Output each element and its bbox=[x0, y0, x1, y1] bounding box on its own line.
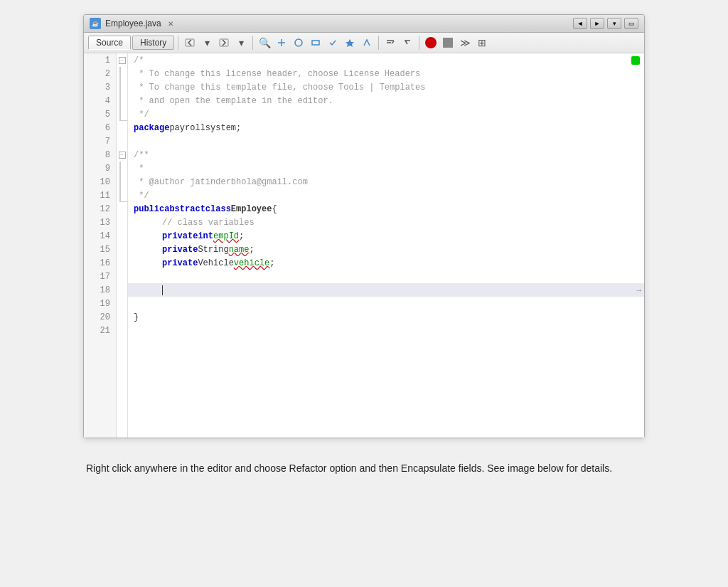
tab-close-button[interactable]: ✕ bbox=[166, 20, 176, 28]
line-num-17: 17 bbox=[84, 270, 116, 283]
code-line-15: private String name; bbox=[128, 243, 644, 256]
line-num-2: 2 bbox=[84, 67, 116, 80]
line-numbers: 1 2 3 4 5 6 7 8 9 10 11 12 13 14 15 16 1… bbox=[84, 53, 117, 438]
fold-line-14 bbox=[117, 229, 127, 243]
run-stop-button[interactable] bbox=[423, 35, 439, 51]
fold-line-10 bbox=[119, 175, 127, 189]
code-line-20: } bbox=[128, 310, 644, 324]
source-tab[interactable]: Source bbox=[88, 36, 131, 50]
fold-line-2 bbox=[119, 67, 127, 80]
svg-rect-0 bbox=[186, 39, 194, 46]
code-area[interactable]: /* * To change this license header, choo… bbox=[128, 53, 644, 438]
fold-line-21 bbox=[117, 324, 127, 337]
fold-icon-8[interactable]: − bbox=[119, 152, 126, 159]
line-num-18: 18 bbox=[84, 283, 116, 297]
line-num-19: 19 bbox=[84, 297, 116, 310]
title-bar-left: ☕ Employee.java ✕ bbox=[90, 18, 176, 29]
file-icon: ☕ bbox=[90, 18, 101, 29]
line-num-1: 1 bbox=[84, 53, 116, 67]
refactor-button-1[interactable] bbox=[274, 35, 289, 51]
dropdown-button[interactable]: ▾ bbox=[607, 18, 621, 29]
forward-button[interactable]: ► bbox=[590, 18, 604, 29]
code-line-9: * bbox=[128, 162, 644, 175]
code-line-2: * To change this license header, choose … bbox=[128, 67, 644, 80]
tab-title: Employee.java bbox=[105, 18, 161, 28]
line-num-8: 8 bbox=[84, 148, 116, 162]
fold-line-16 bbox=[117, 256, 127, 270]
back-nav-button[interactable] bbox=[182, 35, 198, 51]
refactor-button-3[interactable] bbox=[308, 35, 323, 51]
svg-rect-3 bbox=[312, 41, 319, 45]
stop-button[interactable] bbox=[440, 35, 456, 51]
red-circle-icon bbox=[425, 37, 437, 48]
fold-line-1[interactable]: − bbox=[117, 53, 127, 67]
refactor-button-2[interactable] bbox=[291, 35, 306, 51]
fold-line-7 bbox=[117, 134, 127, 148]
line-num-16: 16 bbox=[84, 256, 116, 270]
fold-line-18 bbox=[117, 283, 127, 297]
code-line-17 bbox=[128, 270, 644, 283]
line-num-14: 14 bbox=[84, 229, 116, 243]
grid-button[interactable]: ⊞ bbox=[474, 35, 490, 51]
format-button-2[interactable] bbox=[400, 35, 415, 51]
code-line-6: package payrollsystem; bbox=[128, 121, 644, 134]
dropdown-small-button[interactable]: ▾ bbox=[199, 35, 215, 51]
code-line-10: * @author jatinderbhola@gmail.com bbox=[128, 175, 644, 189]
line-num-9: 9 bbox=[84, 162, 116, 175]
back-button[interactable]: ◄ bbox=[573, 18, 587, 29]
fold-line-20 bbox=[117, 310, 127, 324]
fold-line-17 bbox=[117, 270, 127, 283]
restore-button[interactable]: ▭ bbox=[624, 18, 638, 29]
code-line-19 bbox=[128, 297, 644, 310]
description-text: Right click anywhere in the editor and c… bbox=[86, 461, 642, 476]
line-num-21: 21 bbox=[84, 324, 116, 337]
search-button[interactable]: 🔍 bbox=[257, 35, 272, 51]
separator-3 bbox=[378, 36, 379, 50]
editor-area[interactable]: 1 2 3 4 5 6 7 8 9 10 11 12 13 14 15 16 1… bbox=[84, 53, 644, 438]
more-button[interactable]: ≫ bbox=[457, 35, 473, 51]
code-line-7 bbox=[128, 134, 644, 148]
code-line-21 bbox=[128, 324, 644, 337]
svg-point-2 bbox=[295, 39, 302, 46]
fold-line-13 bbox=[117, 216, 127, 229]
dropdown-small-button-2[interactable]: ▾ bbox=[233, 35, 249, 51]
refactor-button-6[interactable] bbox=[359, 35, 375, 51]
fold-icon-1[interactable]: − bbox=[119, 57, 126, 64]
code-line-14: private int empId; bbox=[128, 229, 644, 243]
refactor-button-5[interactable] bbox=[342, 35, 358, 51]
title-bar-right: ◄ ► ▾ ▭ bbox=[573, 18, 638, 29]
code-line-12: public abstract class Employee { bbox=[128, 202, 644, 216]
line-num-10: 10 bbox=[84, 175, 116, 189]
line-num-12: 12 bbox=[84, 202, 116, 216]
fold-line-9 bbox=[119, 162, 127, 175]
arrow-indicator: → bbox=[636, 286, 641, 295]
code-line-4: * and open the template in the editor. bbox=[128, 94, 644, 107]
line-num-15: 15 bbox=[84, 243, 116, 256]
line-num-11: 11 bbox=[84, 189, 116, 202]
history-tab[interactable]: History bbox=[132, 36, 174, 50]
code-line-18[interactable]: → bbox=[128, 283, 644, 297]
title-bar: ☕ Employee.java ✕ ◄ ► ▾ ▭ bbox=[84, 15, 644, 33]
nav-button-2[interactable] bbox=[216, 35, 232, 51]
code-line-1: /* bbox=[128, 53, 644, 67]
line-num-7: 7 bbox=[84, 134, 116, 148]
code-line-13: // class variables bbox=[128, 216, 644, 229]
line-num-13: 13 bbox=[84, 216, 116, 229]
fold-line-15 bbox=[117, 243, 127, 256]
ide-window: ☕ Employee.java ✕ ◄ ► ▾ ▭ Source History… bbox=[83, 14, 645, 438]
refactor-button-4[interactable] bbox=[325, 35, 341, 51]
fold-line-19 bbox=[117, 297, 127, 310]
separator-4 bbox=[419, 36, 419, 50]
code-line-5: */ bbox=[128, 107, 644, 121]
code-line-11: */ bbox=[128, 189, 644, 202]
text-cursor bbox=[162, 285, 163, 295]
line-num-3: 3 bbox=[84, 80, 116, 94]
svg-rect-1 bbox=[220, 39, 228, 46]
fold-line-8[interactable]: − bbox=[117, 148, 127, 162]
fold-line-11 bbox=[119, 189, 127, 202]
toolbar: Source History ▾ ▾ 🔍 bbox=[84, 33, 644, 53]
format-button-1[interactable] bbox=[382, 35, 398, 51]
separator-1 bbox=[178, 36, 178, 50]
line-num-4: 4 bbox=[84, 94, 116, 107]
separator-2 bbox=[252, 36, 253, 50]
